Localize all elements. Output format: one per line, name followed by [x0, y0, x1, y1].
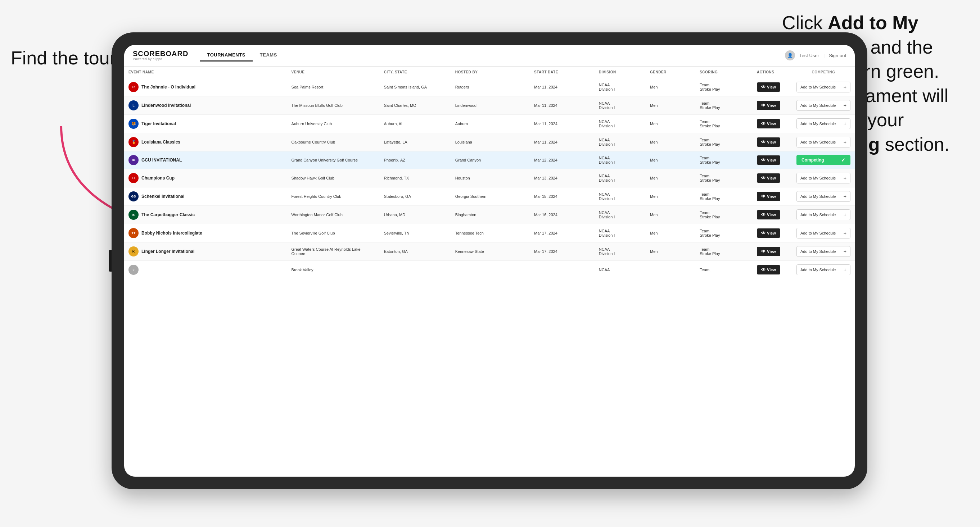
division-cell: NCAADivision I — [595, 97, 646, 115]
gender-cell: Men — [646, 151, 695, 169]
competing-cell: Add to My Schedule + — [792, 169, 855, 187]
actions-cell: 👁 View — [752, 224, 792, 243]
add-to-schedule-button[interactable]: Add to My Schedule + — [797, 100, 850, 111]
view-button[interactable]: 👁 View — [757, 173, 780, 183]
add-to-schedule-button[interactable]: Add to My Schedule + — [797, 228, 850, 238]
view-button[interactable]: 👁 View — [757, 101, 780, 110]
team-logo: R — [129, 82, 138, 92]
view-button[interactable]: 👁 View — [757, 247, 780, 256]
tablet-screen: SCOREBOARD Powered by clippd TOURNAMENTS… — [124, 45, 855, 477]
col-start-date: START DATE — [530, 67, 595, 78]
nav-tabs: TOURNAMENTS TEAMS — [200, 49, 284, 62]
scoring-cell: Team,Stroke Play — [695, 187, 752, 206]
venue-cell: The Sevierville Golf Club — [287, 224, 380, 243]
city-cell: Richmond, TX — [380, 169, 451, 187]
table-body: R The Johnnie - O Individual Sea Palms R… — [124, 78, 855, 279]
col-gender: GENDER — [646, 67, 695, 78]
city-cell — [380, 261, 451, 279]
add-to-schedule-button[interactable]: Add to My Schedule + — [797, 137, 850, 148]
team-logo: GS — [129, 191, 138, 202]
table-row: 🏅 Louisiana Classics Oakbourne Country C… — [124, 133, 855, 151]
venue-cell: The Missouri Bluffs Golf Club — [287, 97, 380, 115]
view-button[interactable]: 👁 View — [757, 137, 780, 147]
division-cell: NCAADivision I — [595, 187, 646, 206]
add-to-schedule-button[interactable]: Add to My Schedule + — [797, 210, 850, 220]
add-schedule-label: Add to My Schedule — [800, 249, 836, 254]
hosted-by-cell: Rutgers — [451, 78, 530, 97]
eye-icon: 👁 — [761, 176, 765, 181]
view-label: View — [767, 231, 776, 235]
division-cell: NCAA — [595, 261, 646, 279]
tab-teams[interactable]: TEAMS — [253, 49, 284, 62]
view-button[interactable]: 👁 View — [757, 119, 780, 129]
division-cell: NCAADivision I — [595, 224, 646, 243]
event-name-text: Tiger Invitational — [142, 121, 176, 126]
plus-icon: + — [843, 267, 846, 273]
competing-button[interactable]: Competing ✓ — [797, 155, 850, 165]
scoring-cell: Team,Stroke Play — [695, 224, 752, 243]
date-cell: Mar 17, 2024 — [530, 224, 595, 243]
sign-out-link[interactable]: Sign out — [829, 53, 846, 58]
view-button[interactable]: 👁 View — [757, 229, 780, 238]
app-logo: SCOREBOARD — [133, 50, 188, 57]
actions-cell: 👁 View — [752, 115, 792, 133]
date-cell: Mar 15, 2024 — [530, 187, 595, 206]
hosted-by-cell: Tennessee Tech — [451, 224, 530, 243]
add-to-schedule-button[interactable]: Add to My Schedule + — [797, 191, 850, 202]
gender-cell: Men — [646, 169, 695, 187]
city-cell: Phoenix, AZ — [380, 151, 451, 169]
add-to-schedule-button[interactable]: Add to My Schedule + — [797, 246, 850, 257]
actions-cell: 👁 View — [752, 97, 792, 115]
event-name-cell: ≋ GCU INVITATIONAL — [124, 151, 287, 169]
table-row: B The Carpetbagger Classic Worthington M… — [124, 206, 855, 224]
venue-cell: Brook Valley — [287, 261, 380, 279]
view-label: View — [767, 194, 776, 198]
tablet-frame: SCOREBOARD Powered by clippd TOURNAMENTS… — [111, 32, 867, 489]
add-schedule-label: Add to My Schedule — [800, 231, 836, 235]
event-name-text: Schenkel Invitational — [142, 194, 184, 199]
view-button[interactable]: 👁 View — [757, 210, 780, 219]
tournaments-table: EVENT NAME VENUE CITY, STATE HOSTED BY S… — [124, 67, 855, 279]
view-label: View — [767, 158, 776, 162]
table-row: L Lindenwood Invitational The Missouri B… — [124, 97, 855, 115]
add-to-schedule-button[interactable]: Add to My Schedule + — [797, 264, 850, 275]
view-button[interactable]: 👁 View — [757, 156, 780, 165]
date-cell: Mar 16, 2024 — [530, 206, 595, 224]
competing-label: Competing — [802, 157, 824, 163]
team-logo: K — [129, 246, 138, 257]
city-cell: Urbana, MD — [380, 206, 451, 224]
add-to-schedule-button[interactable]: Add to My Schedule + — [797, 173, 850, 183]
plus-icon: + — [843, 175, 846, 181]
gender-cell: Men — [646, 97, 695, 115]
gender-cell: Men — [646, 133, 695, 151]
event-name-cell: GS Schenkel Invitational — [124, 187, 287, 206]
city-cell: Auburn, AL — [380, 115, 451, 133]
divider: | — [823, 53, 824, 58]
event-name-cell: B The Carpetbagger Classic — [124, 206, 287, 224]
competing-cell: Add to My Schedule + — [792, 261, 855, 279]
tab-tournaments[interactable]: TOURNAMENTS — [200, 49, 252, 62]
view-label: View — [767, 103, 776, 108]
venue-cell: Great Waters Course At Reynolds Lake Oco… — [287, 243, 380, 261]
eye-icon: 👁 — [761, 84, 765, 90]
add-schedule-label: Add to My Schedule — [800, 103, 836, 108]
venue-cell: Worthington Manor Golf Club — [287, 206, 380, 224]
scoring-cell: Team,Stroke Play — [695, 151, 752, 169]
city-cell: Sevierville, TN — [380, 224, 451, 243]
team-logo: TT — [129, 228, 138, 238]
event-name-cell: R The Johnnie - O Individual — [124, 78, 287, 97]
city-cell: Saint Simons Island, GA — [380, 78, 451, 97]
table-row: GS Schenkel Invitational Forest Heights … — [124, 187, 855, 206]
view-button[interactable]: 👁 View — [757, 192, 780, 201]
table-row: R The Johnnie - O Individual Sea Palms R… — [124, 78, 855, 97]
view-button[interactable]: 👁 View — [757, 265, 780, 275]
view-button[interactable]: 👁 View — [757, 83, 780, 92]
eye-icon: 👁 — [761, 212, 765, 217]
app-logo-sub: Powered by clippd — [133, 57, 188, 61]
add-to-schedule-button[interactable]: Add to My Schedule + — [797, 118, 850, 129]
event-name-text: Champions Cup — [142, 176, 175, 181]
city-cell: Eatonton, GA — [380, 243, 451, 261]
hosted-by-cell: Louisiana — [451, 133, 530, 151]
add-to-schedule-button[interactable]: Add to My Schedule + — [797, 82, 850, 92]
venue-cell: Oakbourne Country Club — [287, 133, 380, 151]
